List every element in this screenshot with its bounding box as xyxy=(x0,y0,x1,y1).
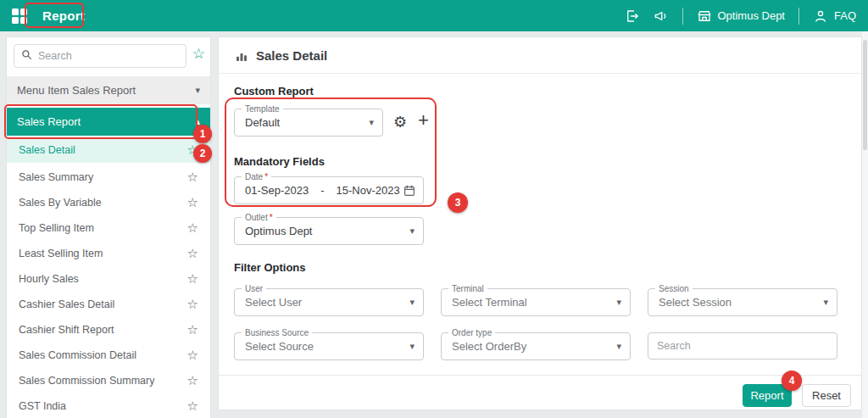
field-label: Terminal xyxy=(452,283,484,294)
faq-label: FAQ xyxy=(834,9,856,22)
star-icon[interactable]: ☆ xyxy=(187,195,198,210)
date-to: 15-Nov-2023 xyxy=(337,184,400,197)
session-value: Select Session xyxy=(659,296,732,309)
sidebar-item[interactable]: Hourly Sales☆ xyxy=(7,266,210,292)
vertical-scrollbar[interactable] xyxy=(862,31,868,418)
user-value: Select User xyxy=(245,296,302,309)
order-type-value: Select OrderBy xyxy=(452,340,526,353)
scrollbar-thumb[interactable] xyxy=(863,40,867,150)
sidebar-item[interactable]: Sales Commission Detail☆ xyxy=(7,343,210,368)
field-label: Business Source xyxy=(245,327,309,338)
outlet-name: Optimus Dept xyxy=(718,9,785,22)
search-input[interactable] xyxy=(38,50,179,62)
reset-button[interactable]: Reset xyxy=(802,384,851,407)
report-title: Sales Detail xyxy=(256,48,327,63)
chevron-down-icon: ▾ xyxy=(823,297,828,308)
field-label: Session xyxy=(659,283,689,294)
outlet-select[interactable]: Outlet* Optimus Dept ▾ xyxy=(234,217,424,245)
faq-link[interactable]: FAQ xyxy=(813,8,856,24)
star-icon[interactable]: ☆ xyxy=(187,246,198,261)
star-icon[interactable]: ☆ xyxy=(187,220,198,236)
date-range-field[interactable]: Date* 01-Sep-2023 - 15-Nov-2023 xyxy=(234,176,424,204)
star-icon[interactable]: ☆ xyxy=(187,170,198,185)
terminal-select[interactable]: Terminal Select Terminal ▾ xyxy=(441,288,631,316)
business-source-select[interactable]: Business Source Select Source ▾ xyxy=(234,332,424,360)
calendar-icon[interactable] xyxy=(403,184,416,201)
session-select[interactable]: Session Select Session ▾ xyxy=(648,288,837,316)
topbar-divider xyxy=(682,8,683,25)
required-marker: * xyxy=(270,212,273,223)
sidebar-search[interactable] xyxy=(14,44,186,68)
annotation-step-3: 3 xyxy=(448,192,468,213)
report-sidebar: ☆ Menu Item Sales Report ▾ Sales Report … xyxy=(7,37,210,418)
sidebar-item[interactable]: Least Selling Item☆ xyxy=(7,241,210,266)
template-value: Default xyxy=(245,116,280,129)
sidebar-item[interactable]: Sales Summary☆ xyxy=(7,164,210,190)
filter-search-input[interactable] xyxy=(657,340,828,352)
star-icon[interactable]: ☆ xyxy=(187,398,198,414)
star-icon[interactable]: ☆ xyxy=(187,348,198,363)
annotation-step-1: 1 xyxy=(193,125,212,143)
group-label: Sales Report xyxy=(17,115,81,128)
sidebar-item[interactable]: Cashier Shift Report☆ xyxy=(7,317,210,343)
apps-grid-icon[interactable] xyxy=(12,8,27,24)
chevron-down-icon: ▾ xyxy=(616,297,621,308)
sidebar-item[interactable]: Sales Commission Summary☆ xyxy=(7,368,210,393)
field-label: Order type xyxy=(452,327,492,338)
chevron-down-icon: ▾ xyxy=(409,226,415,237)
field-label: Template xyxy=(245,103,280,114)
annotation-step-2: 2 xyxy=(193,144,212,163)
field-label: User xyxy=(245,283,263,294)
star-icon[interactable]: ☆ xyxy=(187,297,198,312)
field-label: Outlet xyxy=(245,212,268,223)
sidebar-item[interactable]: Top Selling Item☆ xyxy=(7,215,210,241)
field-label: Date xyxy=(245,171,263,182)
export-icon[interactable] xyxy=(625,8,640,24)
sidebar-item[interactable]: Sales By Variable☆ xyxy=(7,190,210,215)
template-select[interactable]: Template Default ▾ xyxy=(234,109,383,137)
annotation-step-4: 4 xyxy=(782,371,802,391)
person-icon xyxy=(813,8,828,24)
sidebar-item[interactable]: Cashier Sales Detail☆ xyxy=(7,292,210,317)
business-source-value: Select Source xyxy=(245,340,314,353)
settings-gear-icon[interactable]: ⚙ xyxy=(393,113,407,131)
report-category-dropdown[interactable]: Menu Item Sales Report ▾ xyxy=(7,76,210,104)
terminal-value: Select Terminal xyxy=(452,296,527,309)
add-template-icon[interactable]: + xyxy=(418,109,429,131)
chevron-down-icon: ▾ xyxy=(616,341,621,352)
chevron-down-icon: ▾ xyxy=(195,85,200,96)
sidebar-item-sales-detail[interactable]: Sales Detail ☆ xyxy=(7,137,210,163)
sidebar-group-sales-report[interactable]: Sales Report ▴ xyxy=(7,108,210,136)
sidebar-report-list: Sales Summary☆ Sales By Variable☆ Top Se… xyxy=(7,164,210,418)
announcement-icon[interactable] xyxy=(654,8,669,24)
section-mandatory-fields: Mandatory Fields xyxy=(234,155,325,168)
outlet-value: Optimus Dept xyxy=(245,225,312,237)
date-separator: - xyxy=(320,184,324,197)
divider xyxy=(219,375,861,376)
bar-chart-icon xyxy=(234,48,249,67)
page-title: Report xyxy=(42,8,85,23)
filter-search-box[interactable] xyxy=(648,332,837,359)
report-panel: Sales Detail Custom Report Template Defa… xyxy=(219,37,861,410)
top-bar: Report Optimus Dept FAQ xyxy=(0,0,868,31)
divider xyxy=(219,73,861,74)
search-icon xyxy=(21,48,32,64)
user-select[interactable]: User Select User ▾ xyxy=(234,288,424,316)
star-icon[interactable]: ☆ xyxy=(187,322,198,337)
dropdown-value: Menu Item Sales Report xyxy=(17,84,136,97)
store-icon xyxy=(697,8,712,24)
section-custom-report: Custom Report xyxy=(234,85,314,98)
section-filter-options: Filter Options xyxy=(234,261,306,274)
sidebar-item[interactable]: GST India☆ xyxy=(7,393,210,418)
favorites-star-icon[interactable]: ☆ xyxy=(192,47,205,61)
chevron-down-icon: ▾ xyxy=(409,341,415,352)
outlet-switcher[interactable]: Optimus Dept xyxy=(697,8,785,24)
star-icon[interactable]: ☆ xyxy=(187,373,198,388)
required-marker: * xyxy=(264,171,268,182)
chevron-down-icon: ▾ xyxy=(409,297,415,308)
order-type-select[interactable]: Order type Select OrderBy ▾ xyxy=(441,332,631,360)
active-item-label: Sales Detail xyxy=(19,144,75,156)
chevron-down-icon: ▾ xyxy=(369,117,374,128)
date-from: 01-Sep-2023 xyxy=(245,184,309,197)
star-icon[interactable]: ☆ xyxy=(187,271,198,287)
